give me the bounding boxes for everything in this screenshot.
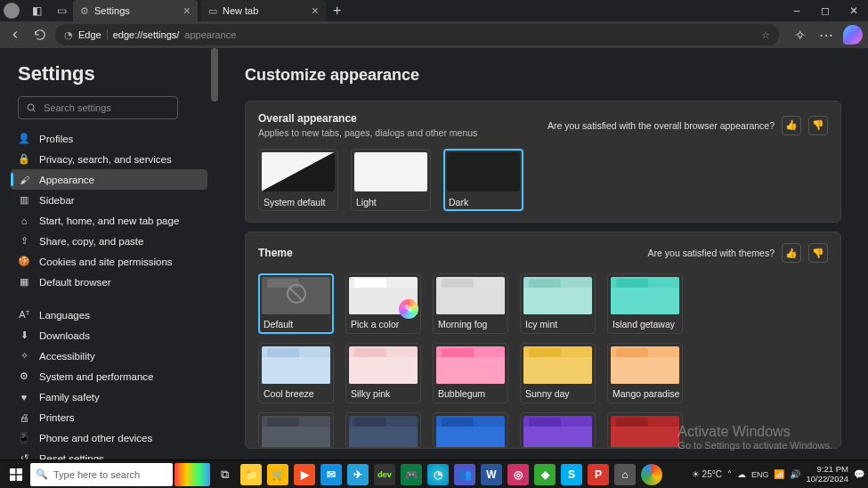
theme-option[interactable] [258, 412, 334, 448]
start-button[interactable] [4, 462, 28, 487]
theme-preview [262, 346, 330, 384]
thumbs-up-button[interactable]: 👍 [782, 243, 801, 263]
search-placeholder: Type here to search [53, 469, 140, 480]
thumbs-up-button[interactable]: 👍 [782, 116, 801, 135]
sidebar-item[interactable]: ↺Reset settings [11, 448, 207, 460]
refresh-button[interactable] [30, 25, 50, 45]
maximize-button[interactable]: ◻ [811, 0, 840, 21]
sidebar-item-label: Accessibility [39, 351, 95, 362]
new-tab-button[interactable]: + [333, 3, 341, 19]
theme-option[interactable] [345, 412, 421, 448]
sidebar-item[interactable]: ▥Sidebar [11, 190, 207, 210]
taskbar-chrome[interactable] [639, 462, 664, 487]
taskbar-app[interactable]: W [479, 462, 504, 487]
copilot-button[interactable] [843, 25, 863, 45]
theme-option[interactable]: Default [258, 273, 334, 334]
taskbar-edge[interactable]: ◔ [426, 462, 450, 487]
close-icon[interactable]: × [312, 4, 319, 18]
volume-icon[interactable]: 🔊 [790, 469, 800, 479]
taskbar-app[interactable]: 🛒 [265, 462, 290, 487]
taskbar-app[interactable]: ✉ [319, 462, 344, 487]
sidebar-item[interactable]: AᵀLanguages [11, 305, 207, 325]
sidebar-item[interactable]: 📱Phone and other devices [11, 427, 207, 448]
tray-chevron-icon[interactable]: ˄ [727, 469, 732, 479]
taskbar-app[interactable]: S [559, 462, 584, 487]
taskbar-app[interactable]: 👥 [452, 462, 477, 487]
sidebar-item-label: Default browser [39, 277, 111, 288]
back-button[interactable] [5, 25, 25, 45]
favorites-button[interactable]: ✧ [790, 25, 809, 45]
taskbar-app[interactable]: ✈ [345, 462, 370, 487]
sidebar-item-label: Family safety [39, 392, 100, 403]
theme-option[interactable]: Silky pink [345, 343, 421, 403]
taskbar-app[interactable]: ◎ [506, 462, 531, 487]
sidebar-item[interactable]: ♥Family safety [11, 386, 207, 407]
theme-preview [262, 277, 330, 314]
taskbar-app[interactable]: 🎮 [399, 462, 424, 487]
sidebar-item[interactable]: ⇪Share, copy, and paste [11, 231, 207, 251]
onedrive-icon[interactable]: ☁ [737, 469, 746, 479]
tab-settings[interactable]: ⚙ Settings × [73, 0, 198, 21]
theme-option[interactable] [607, 412, 683, 448]
tab-newtab[interactable]: ▭ New tab × [201, 0, 326, 21]
sidebar-item[interactable]: ▦Default browser [11, 272, 207, 292]
clock[interactable]: 9:21 PM 10/22/2024 [806, 465, 848, 484]
taskbar-search[interactable]: 🔍 Type here to search [30, 463, 173, 486]
taskbar-app[interactable]: dev [372, 462, 397, 487]
weather-widget[interactable]: ☀ 25°C [692, 469, 722, 479]
language-indicator[interactable]: ENG [751, 470, 769, 479]
svg-rect-4 [17, 475, 22, 480]
theme-option[interactable]: Pick a color✎ [345, 273, 421, 334]
taskbar-app[interactable]: ⌂ [612, 462, 637, 487]
edge-label: Edge [78, 29, 108, 40]
sidebar-item[interactable]: 👤Profiles [11, 128, 207, 149]
sidebar-item[interactable]: 🖨Printers [11, 407, 207, 427]
sidebar-item[interactable]: ⌂Start, home, and new tab page [11, 210, 207, 231]
close-icon[interactable]: × [183, 4, 191, 18]
task-view-button[interactable]: ⧉ [212, 462, 237, 487]
favorite-icon[interactable]: ☆ [761, 29, 770, 41]
theme-option[interactable]: Bubblegum [433, 343, 508, 403]
close-window-button[interactable]: ✕ [840, 0, 868, 21]
search-input[interactable]: Search settings [18, 96, 178, 119]
sidebar-item[interactable]: 🖌Appearance [11, 169, 207, 190]
news-widget[interactable] [174, 463, 210, 486]
search-icon [26, 102, 37, 113]
theme-option[interactable] [433, 412, 508, 448]
appearance-preview [354, 152, 427, 191]
sidebar-item[interactable]: ✧Accessibility [11, 346, 207, 366]
appearance-option[interactable]: Dark [443, 149, 523, 211]
minimize-button[interactable]: – [783, 0, 811, 21]
theme-option[interactable] [520, 412, 596, 448]
sidebar-item[interactable]: 🍪Cookies and site permissions [11, 251, 207, 272]
theme-option[interactable]: Morning fog [433, 273, 508, 334]
appearance-option[interactable]: Light [351, 149, 431, 211]
theme-option[interactable]: Icy mint [520, 273, 596, 334]
appearance-option[interactable]: System default [258, 149, 338, 211]
theme-option[interactable]: Sunny day [520, 343, 596, 403]
taskbar-app[interactable]: 📁 [239, 462, 264, 487]
menu-button[interactable]: ⋯ [816, 25, 836, 45]
sidebar-item[interactable]: 🔒Privacy, search, and services [11, 149, 207, 169]
taskbar-app[interactable]: ◆ [532, 462, 557, 487]
thumbs-down-button[interactable]: 👎 [808, 116, 828, 135]
theme-label: Island getaway [611, 319, 679, 329]
sidebar-item[interactable]: ⚙System and performance [11, 366, 207, 386]
wifi-icon[interactable]: 📶 [774, 469, 784, 479]
theme-option[interactable]: Island getaway [607, 273, 683, 334]
section-title: Theme [258, 247, 293, 259]
workspaces-icon[interactable]: ◧ [28, 3, 45, 19]
taskbar-app[interactable]: ▶ [292, 462, 317, 487]
sidebar-item-icon: ▥ [18, 194, 30, 206]
notifications-icon[interactable]: 💬 [854, 469, 864, 479]
sidebar-item[interactable]: ⬇Downloads [11, 325, 207, 346]
taskbar-app[interactable]: P [586, 462, 611, 487]
thumbs-down-button[interactable]: 👎 [808, 243, 828, 263]
address-bar[interactable]: ◔ Edge edge://settings/appearance ☆ [55, 24, 779, 45]
sidebar-item-label: Appearance [39, 175, 94, 185]
theme-option[interactable]: Mango paradise [607, 343, 683, 403]
theme-option[interactable]: Cool breeze [258, 343, 334, 403]
profile-avatar[interactable] [4, 3, 20, 19]
scrollbar[interactable] [211, 48, 218, 102]
tab-actions-icon[interactable]: ▭ [53, 3, 69, 19]
